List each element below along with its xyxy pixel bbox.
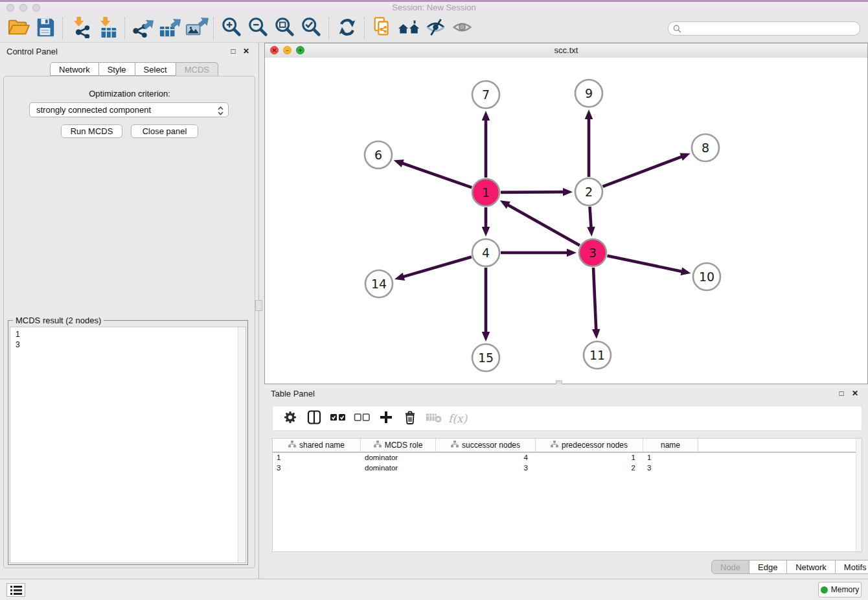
mcds-result-legend: MCDS result (2 nodes) [13, 316, 104, 325]
network-window-titlebar[interactable]: ✕ − + scc.txt [265, 43, 867, 58]
criterion-select[interactable]: strongly connected component [29, 102, 229, 117]
node-15[interactable]: 15 [472, 344, 499, 371]
edge-4-14[interactable] [394, 257, 472, 280]
run-mcds-button[interactable]: Run MCDS [61, 124, 122, 138]
edge-1-2[interactable] [501, 188, 573, 196]
node-label: 15 [478, 351, 494, 365]
delete-table-button[interactable] [422, 409, 446, 428]
open-session-button[interactable] [5, 16, 32, 41]
node-9[interactable]: 9 [575, 80, 602, 107]
edge-2-9[interactable] [585, 110, 593, 177]
export-network-button[interactable] [130, 16, 156, 41]
zoom-in-icon [220, 16, 244, 41]
zoom-fit-button[interactable] [271, 16, 298, 41]
select-all-icon [330, 411, 347, 426]
node-6[interactable]: 6 [365, 141, 392, 168]
panel-splitter-grip[interactable] [255, 300, 262, 311]
edge-1-7[interactable] [482, 111, 490, 178]
show-all-button[interactable] [449, 16, 475, 41]
import-network-button[interactable] [67, 16, 94, 41]
tab-select[interactable]: Select [135, 62, 176, 76]
table-row[interactable]: 1dominator411 [273, 453, 862, 463]
column-header-name[interactable]: name [643, 439, 698, 452]
node-label: 14 [371, 277, 387, 291]
node-label: 2 [585, 185, 593, 199]
memory-button[interactable]: Memory [818, 582, 862, 597]
function-builder-button[interactable]: f(x) [448, 412, 467, 425]
zoom-selected-button[interactable] [298, 16, 325, 41]
table-header-row: shared nameMCDS rolesuccessor nodesprede… [273, 439, 862, 453]
edge-2-8[interactable] [603, 153, 691, 187]
node-label: 7 [482, 87, 490, 102]
tab-motifs[interactable]: Motifs [835, 560, 868, 574]
titlebar: Session: New Session [0, 0, 868, 15]
node-14[interactable]: 14 [365, 270, 393, 297]
settings-button[interactable] [278, 409, 302, 428]
refresh-button[interactable] [334, 16, 360, 41]
save-session-button[interactable] [32, 16, 58, 41]
network-canvas[interactable]: 7968124314101511 [265, 58, 867, 384]
tab-network-table[interactable]: Network Table [786, 560, 836, 574]
table-cell: 2 [536, 463, 643, 474]
mcds-result-area[interactable]: 13 [10, 327, 246, 563]
select-all-button[interactable] [326, 409, 350, 428]
node-7[interactable]: 7 [472, 81, 499, 108]
node-11[interactable]: 11 [584, 341, 611, 369]
tab-network[interactable]: Network [50, 62, 99, 76]
columns-button[interactable] [302, 409, 326, 428]
search-box[interactable] [668, 21, 860, 36]
column-header-successor-nodes[interactable]: successor nodes [436, 439, 536, 452]
export-table-button[interactable] [156, 16, 183, 41]
tab-edge-table[interactable]: Edge Table [749, 560, 787, 574]
edge-2-3[interactable] [587, 207, 595, 237]
node-3[interactable]: 3 [579, 239, 606, 266]
close-table-panel-icon[interactable]: ✕ [851, 389, 860, 398]
result-scrollbar [238, 327, 246, 562]
hierarchy-icon [551, 441, 558, 450]
import-table-button[interactable] [94, 16, 120, 41]
zoom-in-button[interactable] [218, 16, 245, 41]
deselect-all-button[interactable] [350, 409, 374, 428]
edge-1-4[interactable] [482, 207, 490, 237]
node-2[interactable]: 2 [575, 178, 602, 205]
clone-network-button[interactable] [369, 16, 396, 41]
column-label: successor nodes [462, 441, 520, 450]
table-panel-title: Table Panel [271, 389, 315, 398]
export-image-button[interactable] [183, 16, 209, 41]
edge-3-10[interactable] [608, 256, 691, 275]
add-button[interactable] [374, 409, 398, 428]
hide-selected-button[interactable] [422, 16, 449, 41]
table-row[interactable]: 3dominator323 [273, 463, 862, 474]
tab-style[interactable]: Style [98, 62, 135, 76]
tab-node-table[interactable]: Node Table [711, 560, 749, 574]
close-panel-icon[interactable]: ✕ [242, 47, 251, 56]
edge-3-11[interactable] [592, 268, 600, 339]
table-scrollbar [856, 439, 862, 551]
table-cell: 1 [643, 453, 698, 463]
network-window-title: scc.txt [265, 45, 867, 55]
node-table[interactable]: shared nameMCDS rolesuccessor nodesprede… [272, 438, 862, 552]
node-4[interactable]: 4 [472, 239, 499, 266]
search-input[interactable] [684, 23, 860, 34]
edge-4-15[interactable] [482, 268, 490, 341]
node-10[interactable]: 10 [693, 263, 720, 290]
column-header-predecessor-nodes[interactable]: predecessor nodes [536, 439, 643, 452]
node-label: 6 [374, 148, 382, 162]
first-neighbors-button[interactable] [396, 16, 422, 41]
table-cell: 3 [273, 463, 361, 474]
hierarchy-icon [451, 441, 459, 450]
tab-mcds[interactable]: MCDS [176, 62, 218, 76]
edge-4-3[interactable] [501, 249, 577, 257]
float-table-panel-icon[interactable]: □ [837, 389, 846, 398]
node-8[interactable]: 8 [692, 134, 719, 161]
float-panel-icon[interactable]: □ [229, 47, 238, 56]
delete-button[interactable] [398, 409, 422, 428]
column-header-shared-name[interactable]: shared name [273, 439, 361, 452]
edge-3-1[interactable] [500, 200, 580, 245]
close-panel-button[interactable]: Close panel [131, 124, 198, 138]
zoom-out-button[interactable] [245, 16, 271, 41]
task-history-button[interactable] [6, 583, 25, 597]
edge-1-6[interactable] [394, 159, 472, 187]
column-header-MCDS-role[interactable]: MCDS role [361, 439, 436, 452]
node-1[interactable]: 1 [472, 179, 499, 206]
